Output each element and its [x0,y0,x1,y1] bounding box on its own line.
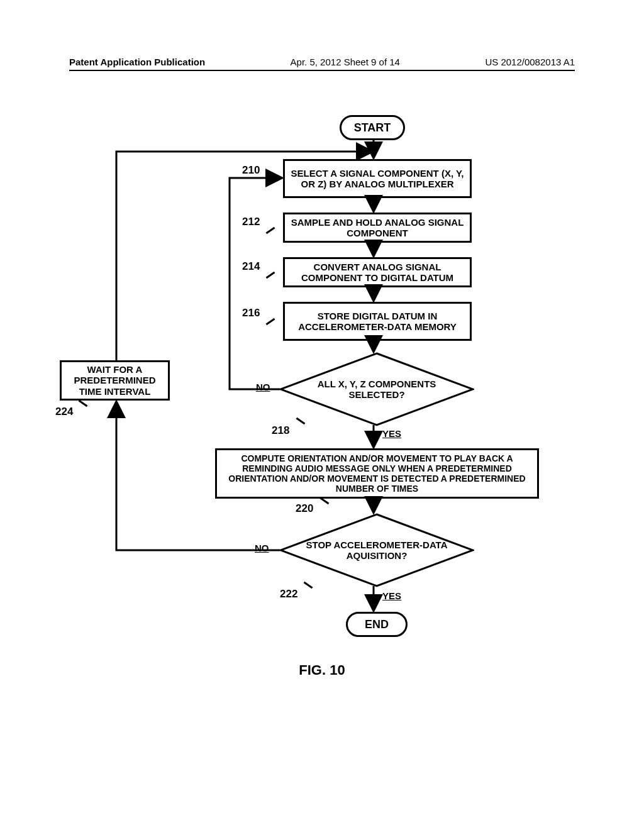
figure-caption: FIG. 10 [69,662,575,678]
header-date-sheet: Apr. 5, 2012 Sheet 9 of 14 [291,57,400,67]
flowchart: START SELECT A SIGNAL COMPONENT (X, Y, O… [69,71,575,763]
header-publication: Patent Application Publication [69,57,205,67]
page-header: Patent Application Publication Apr. 5, 2… [69,57,575,71]
flow-connectors [69,71,572,668]
header-pubnum: US 2012/0082013 A1 [485,57,575,67]
